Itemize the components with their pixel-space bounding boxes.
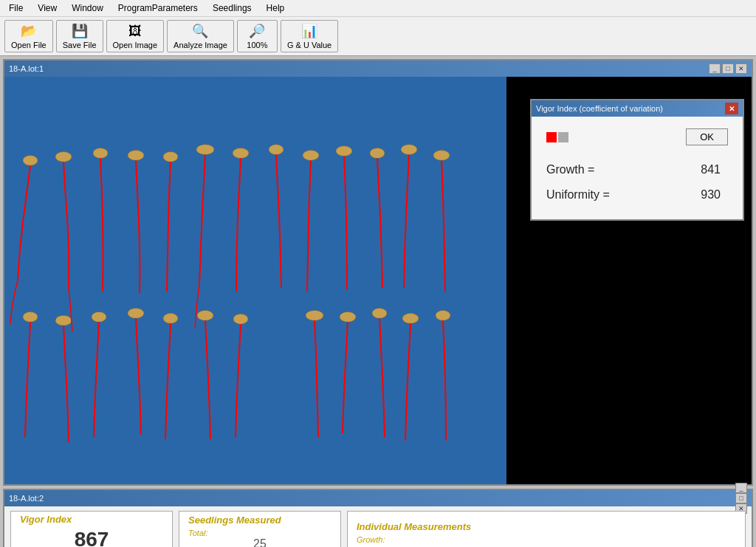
svg-point-10 <box>336 146 352 156</box>
image-minimize-button[interactable]: _ <box>709 63 721 74</box>
image-maximize-button[interactable]: □ <box>722 63 734 74</box>
stats-titlebar-controls: _ □ ✕ <box>735 483 747 514</box>
open-image-label: Open Image <box>113 41 158 49</box>
svg-point-14 <box>23 312 38 322</box>
menu-window[interactable]: Window <box>66 1 109 15</box>
uniformity-row: Uniformity = 930 <box>546 182 728 207</box>
g-u-value-label: G & U Value <box>287 41 331 49</box>
ok-button[interactable]: OK <box>686 128 728 145</box>
save-file-icon: 💾 <box>72 23 88 39</box>
image-close-button[interactable]: ✕ <box>735 63 747 74</box>
image-window-title: 18-A.lot:1 <box>9 64 44 73</box>
svg-point-6 <box>196 145 214 155</box>
seedlings-measured-box: Seedlings Measured Total: 25 <box>179 511 341 547</box>
seedlings-measured-value: 25 <box>188 537 331 548</box>
seedlings-measured-subtitle: Total: <box>188 529 331 537</box>
save-file-button[interactable]: 💾 Save File <box>56 20 103 52</box>
open-file-label: Open File <box>11 41 47 49</box>
zoom-button[interactable]: 🔎 100% <box>237 20 278 52</box>
popup-body: OK Growth = 841 Uniformity = 930 <box>532 117 743 219</box>
swatch-gray <box>558 132 568 142</box>
popup-title: Vigor Index (coefficient of variation) <box>536 104 663 113</box>
svg-point-19 <box>197 310 213 320</box>
menu-file[interactable]: File <box>3 1 29 15</box>
toolbar: File View Window ProgramParameters Seedl… <box>0 0 756 56</box>
svg-point-13 <box>433 151 450 161</box>
image-titlebar-controls: _ □ ✕ <box>709 63 747 74</box>
svg-point-8 <box>269 145 284 155</box>
color-swatch <box>546 132 568 142</box>
svg-point-25 <box>436 310 450 320</box>
g-u-value-icon: 📊 <box>301 23 317 39</box>
svg-point-15 <box>55 315 72 326</box>
menubar: File View Window ProgramParameters Seedl… <box>0 0 756 17</box>
popup-titlebar: Vigor Index (coefficient of variation) ✕ <box>532 100 743 117</box>
svg-point-5 <box>163 152 178 162</box>
menu-view[interactable]: View <box>32 1 63 15</box>
menu-seedlings[interactable]: Seedlings <box>207 1 258 15</box>
open-file-button[interactable]: 📂 Open File <box>4 20 53 52</box>
image-titlebar: 18-A.lot:1 _ □ ✕ <box>4 61 752 77</box>
svg-point-11 <box>370 148 385 159</box>
svg-point-3 <box>93 148 108 159</box>
black-area: Vigor Index (coefficient of variation) ✕… <box>506 77 752 484</box>
individual-measurements-box: Individual Measurements Growth: <box>347 511 746 547</box>
svg-point-2 <box>55 152 72 162</box>
uniformity-value: 930 <box>701 188 721 202</box>
stats-minimize-button[interactable]: _ <box>735 483 747 493</box>
save-file-label: Save File <box>63 41 97 49</box>
stats-window-title: 18-A.lot:2 <box>9 494 44 503</box>
growth-value: 841 <box>701 163 721 176</box>
stats-content: Vigor Index 867 Seedlings Measured Total… <box>4 506 752 547</box>
svg-point-1 <box>23 155 38 165</box>
vigor-popup: Vigor Index (coefficient of variation) ✕… <box>530 99 744 221</box>
analyze-image-button[interactable]: 🔍 Analyze Image <box>167 20 234 52</box>
vigor-index-box: Vigor Index 867 <box>10 511 173 547</box>
zoom-icon: 🔎 <box>249 23 265 39</box>
menu-help[interactable]: Help <box>261 1 291 15</box>
menu-programparameters[interactable]: ProgramParameters <box>112 1 204 15</box>
stats-maximize-button[interactable]: □ <box>735 493 747 503</box>
seedling-image <box>4 77 506 484</box>
g-u-value-button[interactable]: 📊 G & U Value <box>281 20 338 52</box>
svg-point-7 <box>233 148 249 159</box>
uniformity-label: Uniformity = <box>546 188 610 202</box>
seedlings-measured-title: Seedlings Measured <box>188 515 331 526</box>
individual-measurements-subtitle: Growth: <box>357 535 736 544</box>
analyze-image-label: Analyze Image <box>173 41 227 49</box>
stats-window: 18-A.lot:2 _ □ ✕ Vigor Index 867 Seedlin… <box>3 489 753 547</box>
svg-point-4 <box>128 151 144 161</box>
popup-close-button[interactable]: ✕ <box>725 103 738 114</box>
toolbuttons: 📂 Open File 💾 Save File 🖼 Open Image 🔍 A… <box>0 17 756 55</box>
popup-top-row: OK <box>546 128 728 145</box>
individual-measurements-title: Individual Measurements <box>357 521 736 532</box>
svg-point-20 <box>233 314 248 324</box>
svg-point-24 <box>402 313 419 323</box>
svg-point-12 <box>401 145 417 155</box>
seedling-svg-overlay <box>4 77 506 484</box>
swatch-red <box>546 132 557 142</box>
vigor-index-value: 867 <box>20 528 163 548</box>
svg-rect-0 <box>4 77 506 484</box>
growth-row: Growth = 841 <box>546 157 728 182</box>
open-image-button[interactable]: 🖼 Open Image <box>106 20 165 52</box>
svg-point-9 <box>303 151 319 161</box>
zoom-label: 100% <box>247 41 267 49</box>
growth-label: Growth = <box>546 163 594 176</box>
image-content: Vigor Index (coefficient of variation) ✕… <box>4 77 752 484</box>
image-window: 18-A.lot:1 _ □ ✕ <box>3 59 753 486</box>
svg-point-22 <box>340 312 356 322</box>
svg-point-18 <box>163 313 178 323</box>
open-image-icon: 🖼 <box>128 24 142 39</box>
main-area: 18-A.lot:1 _ □ ✕ <box>0 56 756 547</box>
vigor-index-title: Vigor Index <box>20 514 163 525</box>
analyze-image-icon: 🔍 <box>192 23 208 39</box>
svg-point-17 <box>128 308 144 318</box>
svg-point-21 <box>306 310 323 320</box>
open-file-icon: 📂 <box>21 23 37 39</box>
stats-titlebar: 18-A.lot:2 _ □ ✕ <box>4 490 752 506</box>
svg-point-16 <box>92 312 106 322</box>
svg-point-23 <box>372 308 387 318</box>
